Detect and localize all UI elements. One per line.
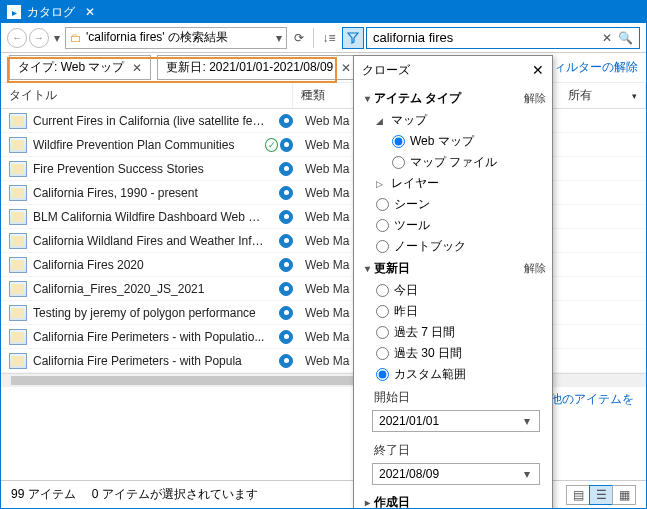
view-details-button[interactable]: ▤ [566, 485, 590, 505]
end-date-input[interactable]: 2021/08/09▾ [372, 463, 540, 485]
row-title: Testing by jeremy of polygon performance [33, 306, 265, 320]
refresh-button[interactable]: ⟳ [289, 31, 309, 45]
view-tiles-button[interactable]: ▦ [612, 485, 636, 505]
start-date-input[interactable]: 2021/01/01▾ [372, 410, 540, 432]
map-icon [9, 161, 27, 177]
search-icon[interactable]: 🔍 [618, 31, 633, 45]
map-icon [9, 233, 27, 249]
opt-webmap[interactable]: Web マップ [392, 131, 546, 152]
public-badge-icon [279, 354, 293, 368]
release-link[interactable]: 解除 [524, 261, 546, 276]
forward-button[interactable]: → [29, 28, 49, 48]
panel-close-icon[interactable]: ✕ [532, 62, 544, 79]
address-text: 'california fires' の検索結果 [86, 29, 228, 46]
map-icon [9, 185, 27, 201]
chip-remove-icon[interactable]: ✕ [341, 61, 351, 75]
opt-mapfile[interactable]: マップ ファイル [392, 152, 546, 173]
view-buttons: ▤ ☰ ▦ [567, 485, 636, 505]
opt-last30[interactable]: 過去 30 日間 [376, 343, 546, 364]
public-badge-icon [279, 186, 293, 200]
chip-label: 更新日: 2021/01/01-2021/08/09 [166, 59, 333, 76]
opt-custom[interactable]: カスタム範囲 [376, 364, 546, 385]
row-title: California Wildland Fires and Weather In… [33, 234, 265, 248]
row-badges [265, 234, 297, 248]
map-icon [9, 281, 27, 297]
chip-label: タイプ: Web マップ [18, 59, 124, 76]
public-badge-icon [279, 306, 293, 320]
opt-today[interactable]: 今日 [376, 280, 546, 301]
panel-header: クローズ ✕ [354, 56, 552, 85]
title-bar: ▸ カタログ ✕ [1, 1, 646, 23]
radio-tool[interactable] [376, 219, 389, 232]
authoritative-badge-icon: ✓ [265, 138, 278, 152]
address-dropdown-icon[interactable]: ▾ [276, 31, 282, 45]
row-badges [265, 330, 297, 344]
panel-title: クローズ [362, 62, 410, 79]
public-badge-icon [279, 258, 293, 272]
sort-button[interactable]: ↓≡ [318, 27, 340, 49]
row-title: Fire Prevention Success Stories [33, 162, 265, 176]
filter-chip-date[interactable]: 更新日: 2021/01/01-2021/08/09 ✕ [157, 55, 360, 80]
row-badges [265, 210, 297, 224]
map-icon [9, 305, 27, 321]
map-icon [9, 113, 27, 129]
map-icon [9, 329, 27, 345]
clear-search-icon[interactable]: ✕ [602, 31, 612, 45]
start-date-label: 開始日 [360, 385, 546, 408]
row-title: Wildfire Prevention Plan Communities [33, 138, 265, 152]
row-title: BLM California Wildfire Dashboard Web M.… [33, 210, 265, 224]
chip-remove-icon[interactable]: ✕ [132, 61, 142, 75]
radio-notebook[interactable] [376, 240, 389, 253]
row-badges [265, 114, 297, 128]
opt-last7[interactable]: 過去 7 日間 [376, 322, 546, 343]
radio-scene[interactable] [376, 198, 389, 211]
close-tab-icon[interactable]: ✕ [85, 5, 95, 19]
row-title: California Fires 2020 [33, 258, 265, 272]
opt-tool[interactable]: ツール [376, 215, 546, 236]
radio-mapfile[interactable] [392, 156, 405, 169]
filter-button[interactable] [342, 27, 364, 49]
row-badges [265, 186, 297, 200]
row-title: California_Fires_2020_JS_2021 [33, 282, 265, 296]
public-badge-icon [279, 330, 293, 344]
opt-yesterday[interactable]: 昨日 [376, 301, 546, 322]
row-badges: ✓ [265, 138, 297, 152]
window-title: カタログ [27, 4, 75, 21]
public-badge-icon [279, 162, 293, 176]
back-button[interactable]: ← [7, 28, 27, 48]
radio-webmap[interactable] [392, 135, 405, 148]
map-icon [9, 257, 27, 273]
col-title[interactable]: タイトル [1, 83, 293, 108]
item-count: 99 アイテム [11, 486, 76, 503]
release-link[interactable]: 解除 [524, 91, 546, 106]
selection-count: 0 アイテムが選択されています [92, 486, 258, 503]
separator [313, 28, 314, 48]
row-badges [265, 306, 297, 320]
map-icon [9, 353, 27, 369]
app-icon: ▸ [7, 5, 21, 19]
opt-layer[interactable]: ▷レイヤー [376, 173, 546, 194]
row-title: Current Fires in California (live satell… [33, 114, 265, 128]
search-input[interactable] [373, 30, 602, 45]
folder-icon: 🗀 [70, 31, 82, 45]
history-dropdown[interactable]: ▾ [51, 31, 63, 45]
section-item-type[interactable]: ▾アイテム タイプ解除 [360, 87, 546, 110]
end-date-label: 終了日 [360, 438, 546, 461]
row-badges [265, 162, 297, 176]
row-title: California Fires, 1990 - present [33, 186, 265, 200]
public-badge-icon [279, 210, 293, 224]
map-icon [9, 137, 27, 153]
filter-chip-type[interactable]: タイプ: Web マップ ✕ [9, 55, 151, 80]
chevron-down-icon[interactable]: ▾ [521, 414, 533, 428]
chevron-down-icon[interactable]: ▾ [521, 467, 533, 481]
clear-filters-link[interactable]: フィルターの解除 [542, 59, 638, 76]
opt-scene[interactable]: シーン [376, 194, 546, 215]
section-created[interactable]: ▸作成日 [360, 491, 546, 509]
address-bar[interactable]: 🗀 'california fires' の検索結果 ▾ [65, 27, 287, 49]
public-badge-icon [280, 138, 293, 152]
search-box[interactable]: ✕ 🔍 [366, 27, 640, 49]
view-list-button[interactable]: ☰ [589, 485, 613, 505]
opt-notebook[interactable]: ノートブック [376, 236, 546, 257]
section-updated[interactable]: ▾更新日解除 [360, 257, 546, 280]
opt-map[interactable]: ◢マップ [376, 110, 546, 131]
